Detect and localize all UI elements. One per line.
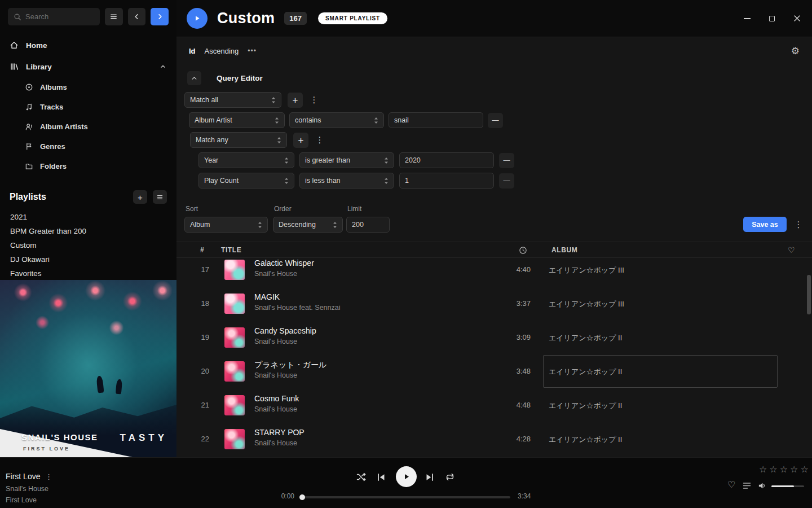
select-value: Play Count (204, 177, 239, 185)
queue-button[interactable] (743, 482, 751, 489)
window-minimize-button[interactable] (739, 10, 756, 27)
star-icon[interactable]: ☆ (780, 464, 788, 475)
settings-gear-icon[interactable]: ⚙ (791, 45, 800, 57)
rule-field-select[interactable]: Album Artist (189, 112, 285, 128)
sidebar-item-folders[interactable]: Folders (0, 156, 176, 176)
repeat-button[interactable] (445, 472, 455, 481)
sidebar-item-home[interactable]: Home (0, 34, 176, 56)
search-box[interactable] (8, 8, 100, 25)
column-album[interactable]: ALBUM (551, 242, 577, 258)
play-pause-button[interactable] (396, 466, 417, 487)
column-favorite-heart-icon[interactable]: ♡ (788, 242, 795, 258)
scrollbar-thumb[interactable] (807, 275, 811, 314)
shuffle-button[interactable] (356, 472, 367, 481)
track-album[interactable]: エイリアン☆ポップ III (549, 299, 624, 309)
rule-field-select[interactable]: Play Count (198, 173, 294, 189)
limit-input[interactable] (346, 217, 390, 233)
remove-rule-button[interactable]: — (499, 173, 514, 189)
table-row[interactable]: 17 Galactic Whisper Snail's House 4:40 エ… (176, 258, 812, 287)
select-value: Album (190, 221, 210, 229)
sidebar-item-tracks[interactable]: Tracks (0, 97, 176, 117)
track-artwork (224, 260, 245, 280)
flag-icon (25, 142, 33, 151)
track-count-badge: 167 (284, 12, 307, 25)
track-album[interactable]: エイリアン☆ポップ II (549, 333, 622, 343)
track-duration: 3:09 (490, 333, 531, 341)
query-group-1: Match all + ⋮ (184, 92, 319, 108)
add-playlist-button[interactable]: + (133, 190, 147, 204)
order-select[interactable]: Descending (273, 217, 343, 233)
window-close-button[interactable] (788, 10, 805, 27)
track-album[interactable]: エイリアン☆ポップ II (549, 401, 622, 411)
star-icon[interactable]: ☆ (769, 464, 777, 475)
menu-button[interactable] (105, 8, 123, 25)
nav-back-button[interactable] (128, 8, 146, 25)
column-number[interactable]: # (200, 242, 204, 258)
sidebar: Home Library Albums Tracks Album Artists (0, 0, 176, 457)
previous-track-button[interactable] (377, 474, 385, 481)
sort-more-button[interactable]: ••• (248, 47, 257, 55)
next-track-button[interactable] (426, 474, 434, 481)
track-album[interactable]: エイリアン☆ポップ III (549, 265, 624, 275)
track-number: 18 (192, 299, 209, 308)
volume-button[interactable] (758, 481, 766, 490)
window-maximize-button[interactable] (764, 10, 780, 27)
search-input[interactable] (25, 12, 94, 21)
now-playing-artwork[interactable]: SNAIL'S HOUSE FIRST LOVE TASTY (0, 280, 176, 457)
save-menu-button[interactable]: ⋮ (793, 220, 804, 230)
table-row[interactable]: 20 プラネット・ガール Snail's House 3:48 エイリアン☆ポッ… (176, 354, 812, 388)
playlist-item[interactable]: Custom (0, 238, 176, 252)
rule-operator-select[interactable]: is greater than (299, 152, 394, 168)
nav-label: Home (26, 41, 47, 50)
table-row[interactable]: 19 Candy Spaceship Snail's House 3:09 エイ… (176, 321, 812, 354)
sort-field-button[interactable]: Id (189, 47, 196, 55)
sidebar-item-album-artists[interactable]: Album Artists (0, 117, 176, 137)
sort-select[interactable]: Album (184, 217, 268, 233)
favorite-heart-button[interactable]: ♡ (727, 480, 735, 489)
sidebar-item-genres[interactable]: Genres (0, 137, 176, 156)
star-icon[interactable]: ☆ (800, 464, 808, 475)
now-playing-menu-button[interactable]: ⋮ (45, 472, 52, 481)
match-type-select[interactable]: Match all (184, 92, 281, 108)
playlist-item[interactable]: DJ Okawari (0, 252, 176, 266)
play-playlist-button[interactable] (187, 8, 208, 29)
rule-value-input[interactable] (399, 173, 494, 189)
remove-rule-button[interactable]: — (488, 113, 503, 128)
sort-direction-button[interactable]: Ascending (205, 47, 239, 55)
match-type-select[interactable]: Match any (190, 132, 287, 148)
group-menu-button[interactable]: ⋮ (309, 95, 319, 105)
sidebar-item-library[interactable]: Library (0, 56, 176, 77)
playlist-item[interactable]: BPM Greater than 200 (0, 224, 176, 238)
remove-rule-button[interactable]: — (499, 153, 514, 168)
sidebar-item-albums[interactable]: Albums (0, 77, 176, 97)
playlist-item[interactable]: 2021 (0, 210, 176, 224)
nav-forward-button[interactable] (151, 8, 169, 25)
column-title[interactable]: TITLE (221, 242, 241, 258)
collapse-chevron-icon[interactable] (159, 63, 167, 71)
playlist-list-options-button[interactable] (153, 190, 167, 204)
duration-clock-icon[interactable] (519, 246, 527, 255)
query-group-2: Match any + ⋮ (190, 132, 325, 148)
query-editor-collapse-button[interactable] (187, 71, 201, 85)
table-row[interactable]: 18 MAGIK Snail's House feat. Sennzai 3:3… (176, 287, 812, 321)
playlist-item[interactable]: Favorites (0, 266, 176, 281)
rule-operator-select[interactable]: contains (289, 112, 384, 128)
track-album[interactable]: エイリアン☆ポップ II (549, 367, 622, 377)
rule-operator-select[interactable]: is less than (299, 173, 394, 189)
star-icon[interactable]: ☆ (759, 464, 767, 475)
add-rule-button[interactable]: + (293, 133, 308, 148)
seek-bar[interactable] (302, 496, 510, 498)
star-icon[interactable]: ☆ (790, 464, 798, 475)
rule-field-select[interactable]: Year (198, 152, 294, 168)
save-as-button[interactable]: Save as (743, 217, 787, 232)
track-title: STARRY POP (254, 428, 304, 437)
track-album[interactable]: エイリアン☆ポップ II (549, 435, 622, 445)
seek-knob[interactable] (299, 494, 305, 500)
rule-value-input[interactable] (399, 152, 494, 168)
add-rule-button[interactable]: + (288, 93, 303, 108)
table-row[interactable]: 22 STARRY POP Snail's House 4:28 エイリアン☆ポ… (176, 422, 812, 456)
rule-value-input[interactable] (389, 112, 483, 128)
group-menu-button[interactable]: ⋮ (315, 135, 325, 145)
volume-slider[interactable] (771, 485, 804, 487)
table-row[interactable]: 21 Cosmo Funk Snail's House 4:48 エイリアン☆ポ… (176, 388, 812, 422)
